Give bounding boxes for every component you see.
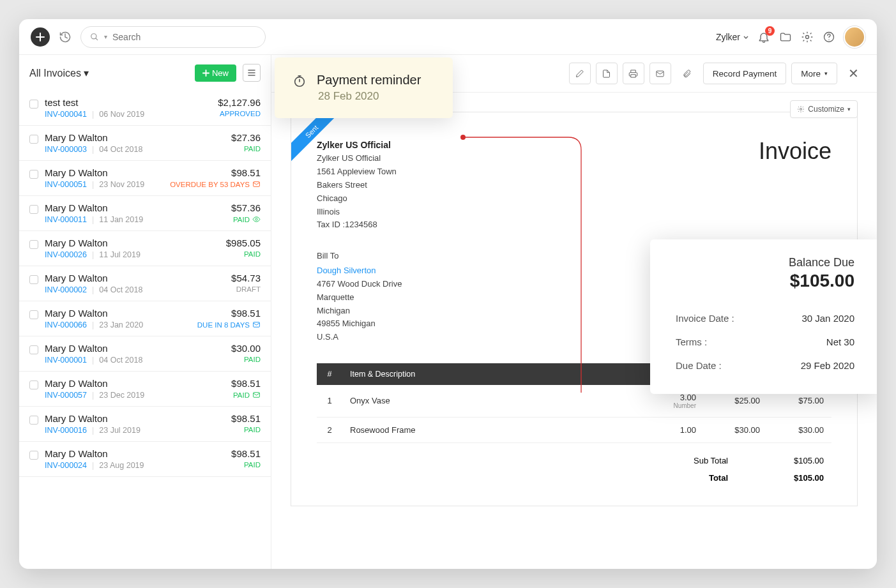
company-line: 1561 Appleview Town bbox=[317, 165, 397, 179]
item-qty: 1.00 bbox=[640, 417, 704, 442]
invoice-amount: $985.05 bbox=[226, 237, 261, 248]
more-button[interactable]: More ▾ bbox=[791, 63, 837, 84]
more-label: More bbox=[801, 69, 821, 79]
customize-label: Customize bbox=[808, 105, 844, 114]
select-checkbox[interactable] bbox=[29, 240, 38, 249]
folder-icon bbox=[779, 31, 792, 43]
select-checkbox[interactable] bbox=[29, 345, 38, 354]
select-checkbox[interactable] bbox=[29, 451, 38, 460]
svg-rect-7 bbox=[657, 71, 664, 77]
search-box[interactable]: ▾ bbox=[80, 26, 266, 48]
invoice-list-item[interactable]: Mary D WaltonINV-000011|11 Jan 2019$57.3… bbox=[19, 196, 271, 231]
invoice-list-item[interactable]: Mary D WaltonINV-000003|04 Oct 2018$27.3… bbox=[19, 126, 271, 161]
invoice-date-label: Invoice Date : bbox=[676, 313, 734, 324]
customer-name: Mary D Walton bbox=[45, 167, 163, 178]
customer-name: Mary D Walton bbox=[45, 308, 191, 319]
invoice-date: 23 Dec 2019 bbox=[99, 391, 144, 400]
invoice-date: 23 Nov 2019 bbox=[99, 180, 144, 189]
new-invoice-button[interactable]: New bbox=[195, 64, 236, 82]
list-filter-dropdown[interactable]: All Invoices ▾ bbox=[29, 67, 188, 79]
item-rate: $30.00 bbox=[704, 417, 768, 442]
company-line: Bakers Street bbox=[317, 179, 397, 192]
file-icon bbox=[602, 69, 611, 79]
close-detail-button[interactable]: ✕ bbox=[842, 63, 864, 84]
sidebar-header: All Invoices ▾ New bbox=[19, 55, 271, 91]
invoice-amount: $98.51 bbox=[231, 413, 261, 424]
invoice-list-item[interactable]: Mary D WaltonINV-000001|04 Oct 2018$30.0… bbox=[19, 336, 271, 372]
invoice-date: 23 Aug 2019 bbox=[99, 461, 144, 470]
user-avatar[interactable] bbox=[844, 26, 865, 48]
item-desc: Rosewood Frame bbox=[342, 417, 640, 442]
select-checkbox[interactable] bbox=[29, 205, 38, 214]
invoice-list-item[interactable]: Mary D WaltonINV-000057|23 Dec 2019$98.5… bbox=[19, 372, 271, 407]
customer-name: Mary D Walton bbox=[45, 448, 225, 459]
attachment-button[interactable] bbox=[676, 63, 698, 84]
customer-name: Mary D Walton bbox=[45, 378, 225, 389]
invoice-list-item[interactable]: Mary D WaltonINV-000026|11 Jul 2019$985.… bbox=[19, 231, 271, 266]
pencil-icon bbox=[575, 69, 584, 79]
invoice-number: INV-000024 bbox=[45, 461, 87, 470]
email-button[interactable] bbox=[649, 63, 671, 84]
ribbon-label: Sent bbox=[291, 112, 342, 163]
invoice-date: 06 Nov 2019 bbox=[99, 110, 144, 119]
invoice-amount: $98.51 bbox=[231, 378, 261, 389]
print-button[interactable] bbox=[623, 63, 644, 84]
caret-down-icon: ▾ bbox=[847, 106, 851, 112]
invoice-list[interactable]: test testINV-000041|06 Nov 2019$2,127.96… bbox=[19, 91, 271, 569]
customize-button[interactable]: Customize ▾ bbox=[790, 100, 858, 118]
invoice-list-item[interactable]: test testINV-000041|06 Nov 2019$2,127.96… bbox=[19, 91, 271, 126]
invoice-list-item[interactable]: Mary D WaltonINV-000066|23 Jan 2020$98.5… bbox=[19, 301, 271, 336]
invoice-date: 04 Oct 2018 bbox=[99, 285, 142, 294]
org-name-label: Zylker bbox=[716, 32, 740, 42]
invoice-date: 04 Oct 2018 bbox=[99, 145, 142, 154]
balance-due-amount: $105.00 bbox=[676, 271, 854, 291]
gear-icon bbox=[801, 31, 814, 43]
totals-section: Sub Total $105.00 Total $105.00 bbox=[317, 452, 831, 486]
help-button[interactable] bbox=[822, 30, 836, 44]
settings-button[interactable] bbox=[800, 30, 814, 44]
invoice-amount: $98.51 bbox=[197, 308, 261, 319]
select-checkbox[interactable] bbox=[29, 275, 38, 284]
company-line: Illinois bbox=[317, 206, 397, 219]
invoice-date: 11 Jul 2019 bbox=[99, 250, 140, 259]
select-checkbox[interactable] bbox=[29, 135, 38, 144]
invoice-status: DRAFT bbox=[231, 285, 261, 293]
item-num: 2 bbox=[317, 417, 342, 442]
topbar: ▾ Zylker 9 bbox=[19, 19, 877, 55]
select-checkbox[interactable] bbox=[29, 310, 38, 319]
select-checkbox[interactable] bbox=[29, 100, 38, 109]
invoice-list-item[interactable]: Mary D WaltonINV-000016|23 Jul 2019$98.5… bbox=[19, 407, 271, 442]
mail-icon bbox=[655, 69, 665, 79]
invoice-status: PAID bbox=[231, 461, 261, 469]
select-checkbox[interactable] bbox=[29, 381, 38, 389]
terms-value: Net 30 bbox=[826, 336, 854, 347]
add-button[interactable] bbox=[31, 27, 50, 47]
org-switcher[interactable]: Zylker bbox=[716, 32, 749, 42]
select-checkbox[interactable] bbox=[29, 170, 38, 179]
select-checkbox[interactable] bbox=[29, 416, 38, 425]
due-date-value: 29 Feb 2020 bbox=[801, 360, 854, 371]
invoice-status: APPROVED bbox=[218, 110, 261, 117]
invoice-list-item[interactable]: Mary D WaltonINV-000002|04 Oct 2018$54.7… bbox=[19, 266, 271, 301]
list-options-button[interactable] bbox=[243, 64, 261, 82]
invoice-date: 23 Jul 2019 bbox=[99, 426, 140, 435]
invoice-list-item[interactable]: Mary D WaltonINV-000051|23 Nov 2019$98.5… bbox=[19, 161, 271, 196]
search-input[interactable] bbox=[112, 32, 256, 42]
terms-label: Terms : bbox=[676, 336, 707, 347]
reminder-title: Payment reminder bbox=[317, 73, 421, 87]
edit-button[interactable] bbox=[569, 63, 591, 84]
invoice-date: 04 Oct 2018 bbox=[99, 356, 142, 365]
invoice-amount: $2,127.96 bbox=[218, 97, 261, 108]
folder-button[interactable] bbox=[778, 30, 793, 44]
invoice-status: OVERDUE BY 53 DAYS bbox=[170, 180, 261, 188]
balance-due-card: Balance Due $105.00 Invoice Date : 30 Ja… bbox=[650, 239, 877, 394]
search-icon bbox=[90, 33, 99, 41]
paperclip-icon bbox=[682, 69, 692, 79]
record-payment-button[interactable]: Record Payment bbox=[703, 63, 787, 84]
due-date-label: Due Date : bbox=[676, 360, 722, 371]
invoice-list-item[interactable]: Mary D WaltonINV-000024|23 Aug 2019$98.5… bbox=[19, 442, 271, 477]
pdf-button[interactable] bbox=[596, 63, 618, 84]
invoice-status: DUE IN 8 DAYS bbox=[197, 320, 261, 329]
history-button[interactable] bbox=[57, 29, 73, 45]
notifications-button[interactable]: 9 bbox=[757, 30, 771, 44]
